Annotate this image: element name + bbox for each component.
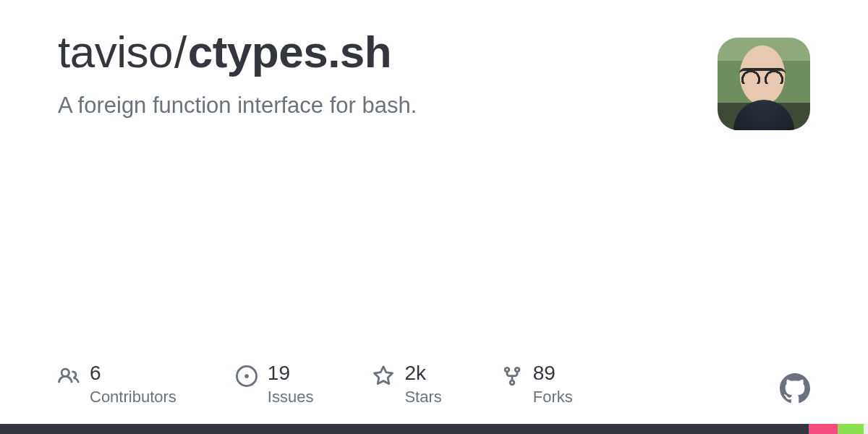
- repo-owner: taviso: [58, 27, 173, 77]
- issue-icon: [236, 362, 258, 390]
- repo-stats: 6 Contributors 19 Issues 2k: [58, 362, 573, 407]
- repo-name: ctypes.sh: [188, 27, 392, 77]
- contributors-value: 6: [90, 362, 176, 385]
- stars-label: Stars: [404, 388, 441, 407]
- language-segment: [809, 424, 838, 434]
- repo-description: A foreign function interface for bash.: [58, 93, 689, 119]
- stat-forks: 89 Forks: [501, 362, 573, 407]
- language-bar: [0, 424, 868, 434]
- issues-value: 19: [268, 362, 314, 385]
- avatar: [718, 38, 810, 130]
- stat-contributors: 6 Contributors: [58, 362, 176, 407]
- issues-label: Issues: [268, 388, 314, 407]
- forks-label: Forks: [533, 388, 573, 407]
- stat-stars: 2k Stars: [373, 362, 441, 407]
- star-icon: [373, 362, 394, 390]
- repo-title: taviso/ctypes.sh: [58, 27, 689, 77]
- stat-issues: 19 Issues: [236, 362, 314, 407]
- people-icon: [58, 362, 80, 390]
- contributors-label: Contributors: [90, 388, 176, 407]
- github-logo-icon: [780, 373, 810, 407]
- language-segment: [838, 424, 864, 434]
- fork-icon: [501, 362, 523, 390]
- forks-value: 89: [533, 362, 573, 385]
- language-segment: [864, 424, 868, 434]
- stars-value: 2k: [404, 362, 441, 385]
- slash: /: [173, 27, 188, 77]
